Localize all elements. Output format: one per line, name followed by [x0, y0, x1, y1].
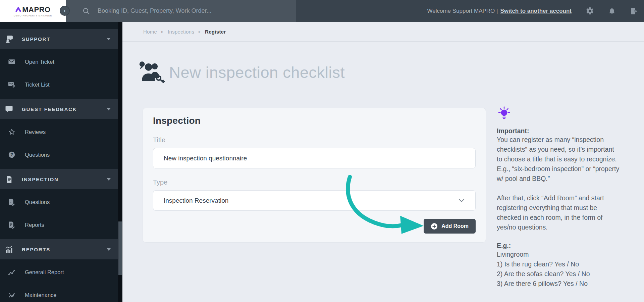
- breadcrumb-inspections[interactable]: Inspections: [168, 29, 194, 35]
- sidebar-item-ticket-list[interactable]: Ticket List: [0, 74, 118, 95]
- sidebar-item-reviews[interactable]: Reviews: [0, 122, 118, 142]
- tip-panel: Important: You can register as many “ins…: [497, 106, 644, 289]
- notifications-button[interactable]: [608, 7, 616, 15]
- sidebar-item-label: Reports: [25, 222, 44, 228]
- global-search: [66, 0, 296, 22]
- topbar: MAPRO DEMO PROPERTY MANAGER ‹ Welcome Su…: [0, 0, 644, 22]
- sidebar-section-guest-feedback[interactable]: GUEST FEEDBACK: [0, 99, 118, 119]
- lightbulb-icon: [497, 106, 511, 120]
- card-actions: Add Room: [153, 219, 476, 234]
- type-select-value: Inspection Reservation: [164, 197, 228, 204]
- logout-icon: [630, 7, 638, 15]
- document-edit-icon: [8, 198, 15, 206]
- welcome-text: Welcome Support MAPRO |: [427, 8, 498, 14]
- breadcrumb-separator-icon: ▸: [161, 30, 163, 34]
- sidebar-item-label: Ticket List: [25, 82, 50, 88]
- logo[interactable]: MAPRO DEMO PROPERTY MANAGER: [0, 0, 66, 22]
- tip-important-heading: Important:: [497, 127, 644, 135]
- logout-button[interactable]: [630, 7, 638, 15]
- add-room-button[interactable]: Add Room: [424, 219, 476, 234]
- page-title-row: New inspection checklist: [138, 61, 345, 83]
- chevron-down-icon: [459, 199, 465, 202]
- sidebar-collapse-button[interactable]: ‹: [60, 6, 70, 16]
- app-window: MAPRO DEMO PROPERTY MANAGER ‹ Welcome Su…: [0, 0, 644, 302]
- inspection-people-icon: [138, 61, 165, 83]
- document-icon: [5, 175, 13, 183]
- switch-account-link[interactable]: Switch to another account: [500, 8, 572, 14]
- type-label: Type: [153, 179, 476, 186]
- type-select[interactable]: Inspection Reservation: [153, 190, 476, 211]
- sidebar-item-label: Maintenance: [25, 292, 56, 298]
- sidebar-section-inspection[interactable]: INSPECTION: [0, 169, 118, 189]
- sidebar-item-label: Open Ticket: [25, 59, 54, 65]
- sidebar-section-label: SUPPORT: [22, 36, 50, 42]
- card-title: Inspection: [153, 115, 476, 126]
- sidebar-item-generali-report[interactable]: Generali Report: [0, 262, 118, 282]
- envelope-list-icon: [8, 81, 15, 88]
- breadcrumb-home[interactable]: Home: [143, 29, 157, 35]
- search-icon: [82, 7, 90, 15]
- logo-brand: MAPRO: [15, 5, 50, 14]
- line-chart-icon: [8, 291, 15, 299]
- chevron-down-icon: [107, 38, 111, 40]
- sidebar-section-label: REPORTS: [22, 247, 50, 252]
- sidebar-item-feedback-questions[interactable]: ? Questions: [0, 145, 118, 165]
- topbar-right: Welcome Support MAPRO | Switch to anothe…: [427, 0, 644, 22]
- speech-bubble-icon: [5, 105, 13, 113]
- tip-paragraph-1: You can register as many “inspection che…: [497, 135, 644, 184]
- inspection-form-card: Inspection Title Type Inspection Reserva…: [143, 108, 486, 243]
- sidebar-section-reports[interactable]: REPORTS: [0, 239, 118, 259]
- bar-chart-icon: [5, 245, 13, 253]
- sidebar-item-label: Reviews: [25, 129, 46, 135]
- line-chart-icon: [8, 268, 15, 276]
- main-content: Home ▸ Inspections ▸ Register New inspec…: [122, 22, 644, 302]
- sidebar-scrollbar[interactable]: [118, 22, 122, 302]
- gear-icon: [586, 7, 594, 15]
- sidebar-item-inspection-questions[interactable]: Questions: [0, 192, 118, 212]
- question-circle-icon: ?: [8, 151, 15, 158]
- tip-eg-heading: E.g.:: [497, 242, 644, 250]
- plus-circle-icon: [431, 223, 438, 230]
- sidebar: SUPPORT Open Ticket: [0, 22, 118, 302]
- breadcrumb-current: Register: [205, 29, 226, 35]
- chevron-left-icon: ‹: [64, 8, 65, 14]
- tip-eg-lines: Livingroom 1) Is the rug clean? Yes / No…: [497, 250, 644, 289]
- chevron-down-icon: [107, 178, 111, 181]
- sidebar-section-support[interactable]: SUPPORT: [0, 29, 118, 49]
- settings-button[interactable]: [586, 7, 594, 15]
- support-chat-icon: [5, 35, 13, 43]
- document-edit-icon: [8, 221, 15, 229]
- sidebar-scrollbar-thumb[interactable]: [118, 221, 122, 275]
- sidebar-item-label: Questions: [25, 199, 50, 205]
- star-icon: [8, 128, 15, 136]
- title-input[interactable]: [153, 148, 476, 168]
- logo-caret-icon: [15, 7, 21, 12]
- sidebar-section-label: INSPECTION: [22, 177, 59, 182]
- page-title: New inspection checklist: [169, 63, 345, 82]
- sidebar-item-label: Generali Report: [25, 269, 64, 275]
- svg-text:?: ?: [10, 152, 13, 157]
- sidebar-section-label: GUEST FEEDBACK: [22, 106, 77, 112]
- chevron-down-icon: [107, 248, 111, 251]
- breadcrumb: Home ▸ Inspections ▸ Register: [122, 22, 644, 42]
- breadcrumb-separator-icon: ▸: [199, 30, 201, 34]
- sidebar-item-maintenance[interactable]: Maintenance: [0, 285, 118, 302]
- chevron-down-icon: [107, 108, 111, 110]
- bell-icon: [608, 7, 616, 15]
- sidebar-item-open-ticket[interactable]: Open Ticket: [0, 52, 118, 72]
- sidebar-item-inspection-reports[interactable]: Reports: [0, 215, 118, 235]
- search-input[interactable]: [98, 7, 279, 14]
- sidebar-item-label: Questions: [25, 152, 50, 158]
- logo-subtitle: DEMO PROPERTY MANAGER: [14, 14, 52, 17]
- title-label: Title: [153, 136, 476, 144]
- envelope-icon: [8, 58, 15, 65]
- add-room-label: Add Room: [441, 223, 469, 229]
- tip-paragraph-2: After that, click “Add Room” and start r…: [497, 193, 644, 232]
